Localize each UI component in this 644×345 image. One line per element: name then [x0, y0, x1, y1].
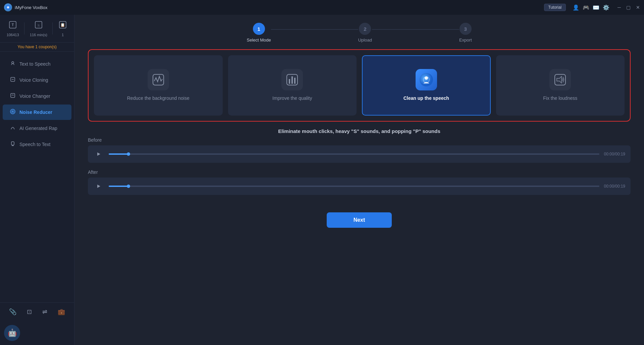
audio-player-before: 00:00/00:19 [88, 145, 631, 163]
user-icon[interactable]: 👤 [573, 4, 579, 11]
coupon-bar: You have 1 coupon(s) [0, 43, 74, 52]
sidebar-stats: T 106413 ⟩| 116 min(s) [0, 15, 74, 43]
paperclip-icon[interactable]: 📎 [9, 308, 16, 316]
fix-loudness-label: Fix the loudness [543, 95, 577, 102]
audio-sections: Before 00:00/00:19 After [74, 137, 644, 202]
step-1: 1 Select Mode [247, 23, 271, 43]
sidebar-item-noise-reducer[interactable]: Noise Reducer [3, 105, 71, 120]
description-text: Eliminate mouth clicks, heavy "S" sounds… [74, 122, 644, 137]
speech-to-text-icon [9, 141, 16, 148]
sidebar-item-voice-cloning[interactable]: Voice Cloning [3, 72, 71, 88]
clock-icon: ⟩| [34, 20, 43, 31]
voice-cloning-icon [9, 76, 16, 84]
step-2: 2 Upload [358, 23, 372, 43]
noise-reducer-icon [9, 109, 16, 116]
play-button-after[interactable] [93, 181, 104, 192]
audio-thumb-before [127, 152, 130, 156]
play-button-before[interactable] [93, 149, 104, 159]
settings-icon[interactable]: ⚙️ [603, 4, 609, 11]
mode-card-improve-quality[interactable]: Improve the quality [228, 55, 357, 116]
mode-card-clean-speech[interactable]: Clean up the speech [362, 55, 491, 116]
duration-value: 116 min(s) [30, 33, 47, 37]
char-icon: T [8, 20, 17, 31]
title-icon-group: 👤 🎮 ✉️ ⚙️ [573, 4, 609, 11]
text-to-speech-icon [9, 60, 16, 68]
game-icon[interactable]: 🎮 [583, 4, 589, 11]
stat-char-count: T 106413 [7, 20, 19, 37]
audio-time-after: 00:00/00:19 [604, 184, 625, 189]
svg-marker-28 [97, 185, 100, 188]
next-button[interactable]: Next [327, 212, 392, 228]
sidebar-item-voice-changer[interactable]: Voice Changer [3, 88, 71, 104]
bars-icon [281, 69, 303, 90]
step-line-2 [372, 29, 459, 30]
coupon-text: You have 1 coupon(s) [17, 45, 56, 49]
title-bar: iMyFone VoxBox Tutorial 👤 🎮 ✉️ ⚙️ ─ ▢ ✕ [0, 0, 644, 15]
audio-player-after: 00:00/00:19 [88, 178, 631, 195]
minimize-button[interactable]: ─ [618, 5, 621, 10]
sidebar-item-ai-generated-rap[interactable]: AI Generated Rap [3, 121, 71, 136]
svg-text:T: T [12, 23, 14, 27]
stat-divider-1 [24, 22, 24, 34]
mail-icon[interactable]: ✉️ [593, 4, 599, 11]
step-3-label: Export [459, 38, 472, 43]
stat-divider-2 [52, 22, 53, 34]
improve-quality-label: Improve the quality [272, 95, 312, 102]
svg-point-9 [12, 62, 14, 64]
app-title: iMyFone VoxBox [15, 5, 544, 10]
sidebar-item-text-to-speech[interactable]: Text to Speech [3, 56, 71, 72]
text-to-speech-label: Text to Speech [19, 61, 51, 67]
step-3: 3 Export [459, 23, 472, 43]
app-body: T 106413 ⟩| 116 min(s) [0, 15, 644, 345]
svg-text:📋: 📋 [60, 22, 65, 27]
before-label: Before [88, 137, 631, 143]
audio-section-after: After 00:00/00:19 [88, 169, 631, 195]
maximize-button[interactable]: ▢ [626, 5, 631, 10]
loop-icon[interactable]: ⊡ [27, 308, 32, 316]
window-controls: ─ ▢ ✕ [618, 5, 640, 10]
reduce-bg-noise-label: Reduce the background noise [127, 95, 190, 102]
sidebar-nav: Text to Speech Voice Cloning [0, 52, 74, 302]
voice-cloning-label: Voice Cloning [19, 77, 48, 83]
voice-changer-label: Voice Changer [19, 93, 50, 99]
sidebar: T 106413 ⟩| 116 min(s) [0, 15, 74, 345]
audio-time-before: 00:00/00:19 [604, 152, 625, 156]
briefcase-icon[interactable]: 💼 [58, 308, 65, 316]
stat-duration: ⟩| 116 min(s) [30, 20, 47, 37]
svg-rect-12 [11, 93, 15, 97]
svg-text:⟩|: ⟩| [38, 24, 39, 27]
svg-rect-19 [289, 79, 290, 84]
mode-card-reduce-bg-noise[interactable]: Reduce the background noise [94, 55, 223, 116]
svg-rect-20 [291, 76, 293, 84]
audio-thumb-after [127, 185, 130, 188]
mode-cards-container: Reduce the background noise Improve the … [88, 49, 631, 122]
speaker-icon [549, 69, 571, 90]
audio-track-after[interactable] [109, 186, 599, 187]
app-logo [4, 3, 12, 11]
clean-speech-label: Clean up the speech [404, 95, 449, 102]
chatbot-avatar: 🤖 [4, 325, 20, 341]
waveform-icon [148, 69, 169, 90]
sidebar-item-speech-to-text[interactable]: Speech to Text [3, 137, 71, 152]
next-button-area: Next [74, 202, 644, 233]
shuffle-icon[interactable]: ⇌ [42, 308, 47, 316]
svg-rect-16 [11, 142, 14, 145]
audio-progress-after [109, 186, 128, 187]
ai-generated-rap-label: AI Generated Rap [19, 126, 57, 131]
ai-generated-rap-icon [9, 125, 16, 132]
sidebar-bottom: 📎 ⊡ ⇌ 💼 [0, 302, 74, 321]
title-controls: Tutorial 👤 🎮 ✉️ ⚙️ ─ ▢ ✕ [544, 4, 640, 11]
after-label: After [88, 169, 631, 175]
noise-reducer-label: Noise Reducer [19, 110, 52, 115]
audio-progress-before [109, 153, 128, 155]
audio-section-before: Before 00:00/00:19 [88, 137, 631, 163]
tutorial-button[interactable]: Tutorial [544, 4, 566, 11]
svg-marker-27 [97, 152, 100, 156]
close-button[interactable]: ✕ [636, 5, 640, 10]
svg-point-2 [7, 7, 9, 8]
step-line-1 [271, 29, 358, 30]
mode-card-fix-loudness[interactable]: Fix the loudness [496, 55, 625, 116]
audio-track-before[interactable] [109, 153, 599, 155]
sidebar-footer: 🤖 [0, 321, 74, 345]
step-3-circle: 3 [460, 23, 472, 35]
